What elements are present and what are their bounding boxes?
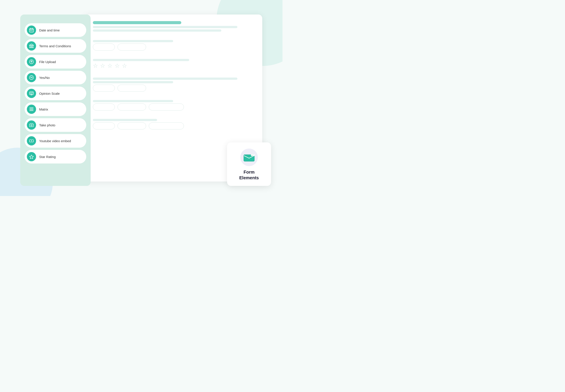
form-elements-card: Form Elements <box>227 142 271 186</box>
star-5[interactable]: ☆ <box>122 62 127 69</box>
star-3[interactable]: ☆ <box>107 62 112 69</box>
bank-icon <box>27 41 36 51</box>
pill-2b[interactable] <box>118 43 146 51</box>
camera-icon <box>27 120 36 130</box>
menu-label-youtube: Youtube video embed <box>39 139 71 143</box>
bar-thin-1b <box>93 29 221 32</box>
form-elements-title: Form Elements <box>239 169 259 181</box>
bar-thin-2 <box>93 40 173 42</box>
svg-rect-16 <box>30 92 33 95</box>
bar-thin-4a <box>93 78 238 80</box>
yesno-icon <box>27 73 36 82</box>
star-2[interactable]: ☆ <box>100 62 105 69</box>
svg-rect-7 <box>30 45 30 47</box>
svg-rect-25 <box>32 107 33 108</box>
svg-rect-29 <box>30 110 30 111</box>
menu-label-star-rating: Star Rating <box>39 155 56 159</box>
pill-6b[interactable] <box>118 122 146 129</box>
svg-rect-8 <box>31 45 32 47</box>
star-1[interactable]: ☆ <box>93 62 98 69</box>
svg-rect-10 <box>29 47 34 48</box>
menu-label-yes-no: Yes/No <box>39 76 50 80</box>
pill-5b[interactable] <box>118 103 146 111</box>
svg-rect-31 <box>32 110 33 111</box>
pill-6a[interactable] <box>93 122 115 129</box>
bar-thin-5 <box>93 100 173 102</box>
svg-point-32 <box>31 125 32 126</box>
menu-item-date-time[interactable]: Date and time <box>25 23 86 37</box>
menu-item-file-upload[interactable]: File Upload <box>25 55 86 69</box>
svg-marker-34 <box>31 140 32 141</box>
form-row-4 <box>93 78 253 92</box>
pill-5c[interactable] <box>149 103 184 111</box>
pill-4a[interactable] <box>93 84 115 92</box>
svg-rect-23 <box>30 107 30 108</box>
menu-item-matrix[interactable]: Matrix <box>25 102 86 116</box>
menu-item-yes-no[interactable]: Yes/No <box>25 71 86 84</box>
envelope-wrapper <box>240 149 258 166</box>
monitor-icon <box>27 89 36 98</box>
upload-icon <box>27 57 36 66</box>
matrix-icon <box>27 105 36 114</box>
main-container: Date and time Terms and Conditions <box>20 14 262 186</box>
star-icon <box>27 152 36 161</box>
menu-label-terms: Terms and Conditions <box>39 44 71 48</box>
svg-rect-9 <box>32 45 33 47</box>
youtube-icon <box>27 136 36 145</box>
menu-item-star-rating[interactable]: Star Rating <box>25 150 86 164</box>
bar-thin-6 <box>93 119 157 121</box>
pill-row-5 <box>93 103 253 111</box>
bar-thin-1a <box>93 26 238 28</box>
pill-5a[interactable] <box>93 103 115 111</box>
menu-item-opinion-scale[interactable]: Opinion Scale <box>25 86 86 100</box>
form-row-6 <box>93 119 253 129</box>
svg-rect-26 <box>30 109 30 110</box>
menu-label-take-photo: Take photo <box>39 123 55 127</box>
menu-item-take-photo[interactable]: Take photo <box>25 118 86 132</box>
left-panel: Date and time Terms and Conditions <box>20 14 91 186</box>
menu-label-opinion-scale: Opinion Scale <box>39 92 60 95</box>
bar-thin-3 <box>93 59 189 61</box>
bar-thin-4b <box>93 81 173 83</box>
svg-point-15 <box>32 77 32 77</box>
menu-item-terms[interactable]: Terms and Conditions <box>25 39 86 53</box>
pill-6c[interactable] <box>149 122 184 129</box>
svg-rect-0 <box>30 28 33 32</box>
form-row-2 <box>93 40 253 51</box>
form-row-3: ☆ ☆ ☆ ☆ ☆ <box>93 59 253 69</box>
bar-accent-1 <box>93 21 181 24</box>
menu-item-youtube[interactable]: Youtube video embed <box>25 134 86 148</box>
svg-rect-5 <box>32 30 32 31</box>
envelope-svg <box>243 153 255 162</box>
star-4[interactable]: ☆ <box>115 62 120 69</box>
pill-row-2 <box>93 43 253 51</box>
pill-2a[interactable] <box>93 43 115 51</box>
svg-rect-24 <box>31 107 32 108</box>
svg-marker-35 <box>30 155 33 159</box>
menu-label-matrix: Matrix <box>39 107 48 111</box>
form-row-5 <box>93 100 253 111</box>
stars-row: ☆ ☆ ☆ ☆ ☆ <box>93 62 253 69</box>
svg-marker-6 <box>29 44 34 45</box>
pill-row-6 <box>93 122 253 129</box>
calendar-icon <box>27 26 36 35</box>
form-row-1 <box>93 21 253 32</box>
pill-4b[interactable] <box>118 84 146 92</box>
svg-rect-30 <box>31 110 32 111</box>
svg-rect-27 <box>31 109 32 110</box>
svg-point-14 <box>30 77 31 77</box>
menu-label-file-upload: File Upload <box>39 60 56 64</box>
right-area: ☆ ☆ ☆ ☆ ☆ <box>84 14 262 182</box>
menu-label-date-time: Date and time <box>39 28 60 32</box>
pill-row-4 <box>93 84 253 92</box>
svg-rect-28 <box>32 109 33 110</box>
svg-rect-4 <box>30 30 31 31</box>
